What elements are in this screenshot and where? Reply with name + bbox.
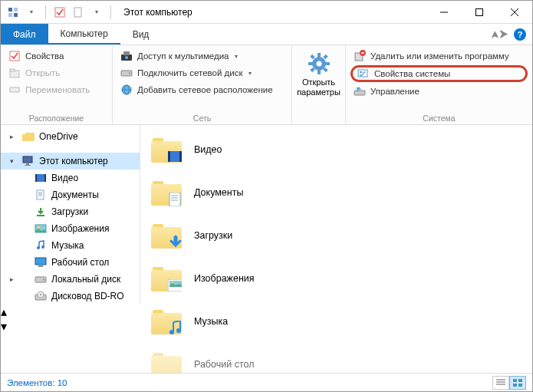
collapse-icon[interactable]: ▾ [10, 157, 14, 165]
svg-point-52 [41, 245, 44, 249]
tab-view[interactable]: Вид [120, 24, 162, 44]
video-icon [35, 172, 47, 184]
svg-rect-53 [35, 258, 46, 265]
svg-point-59 [40, 294, 41, 295]
navigation-tree[interactable]: ▸ OneDrive ▾ Этот компьютер Видео Докуме… [1, 125, 140, 305]
view-icons-button[interactable] [509, 376, 526, 390]
folder-icon [150, 349, 183, 373]
svg-rect-35 [358, 70, 367, 77]
folder-icon [22, 130, 35, 143]
music-icon [35, 239, 47, 252]
folder-documents[interactable]: Документы [146, 171, 526, 214]
svg-point-70 [169, 330, 174, 334]
ribbon: Свойства Открыть Переименовать Расположе… [1, 45, 532, 125]
system-properties-button[interactable]: Свойства системы [350, 65, 528, 82]
drive-icon [120, 67, 133, 79]
map-drive-button[interactable]: Подключить сетевой диск ▾ [117, 65, 287, 81]
add-location-button[interactable]: Добавить сетевое расположение [117, 82, 287, 97]
new-qat-icon[interactable] [71, 5, 86, 20]
minimize-button[interactable] [426, 1, 462, 24]
tree-pictures[interactable]: Изображения [1, 220, 140, 237]
open-icon [8, 67, 21, 79]
maximize-button[interactable] [462, 1, 497, 24]
svg-rect-76 [518, 379, 522, 382]
chevron-down-icon: ▾ [235, 53, 238, 60]
tree-bdrom[interactable]: Дисковод BD-RO [1, 288, 140, 305]
tab-computer[interactable]: Компьютер [48, 24, 120, 44]
svg-rect-27 [325, 62, 330, 65]
properties-qat-icon[interactable] [52, 5, 67, 20]
expand-icon[interactable]: ▸ [10, 275, 14, 283]
ribbon-group-label: Расположение [5, 112, 107, 123]
status-bar: Элементов: 10 [1, 373, 532, 391]
tree-onedrive[interactable]: ▸ OneDrive [1, 128, 140, 145]
close-button[interactable] [497, 1, 532, 24]
uninstall-icon [354, 50, 366, 62]
ribbon-group-label: Система [350, 112, 528, 123]
tree-music[interactable]: Музыка [1, 237, 140, 254]
folder-pictures[interactable]: Изображения [146, 257, 526, 300]
expand-icon[interactable]: ▸ [10, 133, 14, 140]
svg-rect-0 [8, 8, 12, 12]
app-icon [5, 5, 21, 20]
svg-rect-3 [14, 13, 18, 17]
ribbon-group-open-settings: Открыть параметры [292, 45, 346, 124]
properties-button[interactable]: Свойства [5, 48, 107, 64]
disc-icon [35, 290, 47, 302]
rename-button: Переименовать [5, 82, 107, 97]
tree-local-disk[interactable]: ▸ Локальный диск [1, 271, 140, 288]
svg-rect-38 [23, 156, 32, 163]
computer-icon [22, 155, 35, 167]
quick-access-toolbar: ▾ ▾ [1, 5, 119, 20]
open-settings-button[interactable]: Открыть параметры [292, 48, 345, 100]
manage-button[interactable]: Управление [350, 84, 528, 99]
tree-desktop[interactable]: Рабочий стол [1, 254, 140, 271]
view-details-button[interactable] [492, 376, 509, 390]
uninstall-button[interactable]: Удалить или изменить программу [350, 48, 528, 64]
folder-downloads[interactable]: Загрузки [146, 214, 526, 257]
title-bar: ▾ ▾ Этот компьютер [1, 1, 532, 24]
folder-desktop[interactable]: Рабочий стол [146, 343, 526, 373]
tree-downloads[interactable]: Загрузки [1, 203, 140, 220]
svg-point-51 [37, 246, 40, 249]
minimize-ribbon-icon[interactable]: ⮝➤ [491, 30, 508, 39]
ribbon-group-label: Сеть [117, 112, 287, 123]
folder-icon [150, 134, 183, 165]
main-view[interactable]: Видео Документы Загрузки Изображения Муз… [140, 125, 532, 373]
window-title: Этот компьютер [119, 7, 192, 18]
svg-point-15 [125, 56, 128, 59]
folder-music[interactable]: Музыка [146, 300, 526, 343]
folder-video[interactable]: Видео [146, 128, 526, 171]
media-access-button[interactable]: Доступ к мультимедиа ▾ [117, 48, 287, 64]
help-icon[interactable]: ? [514, 28, 526, 41]
rename-icon [8, 84, 21, 96]
open-button: Открыть [5, 65, 107, 81]
tree-documents[interactable]: Документы [1, 186, 140, 203]
scroll-up-button[interactable]: ▴ [1, 305, 140, 319]
svg-rect-24 [317, 53, 321, 58]
svg-point-23 [316, 61, 321, 67]
svg-rect-44 [37, 190, 44, 199]
qat-dropdown-icon[interactable]: ▾ [24, 5, 39, 20]
scroll-down-button[interactable]: ▾ [1, 319, 140, 334]
svg-rect-25 [317, 70, 321, 74]
documents-icon [35, 189, 47, 201]
svg-rect-42 [35, 174, 37, 182]
svg-rect-37 [354, 91, 365, 95]
content-area: ▸ OneDrive ▾ Этот компьютер Видео Докуме… [1, 125, 532, 373]
svg-rect-36 [360, 71, 362, 73]
ribbon-group-system: Удалить или изменить программу Свойства … [346, 45, 532, 124]
ribbon-group-network: Доступ к мультимедиа ▾ Подключить сетево… [113, 45, 292, 124]
tree-this-pc[interactable]: ▾ Этот компьютер [1, 153, 140, 170]
svg-rect-4 [55, 8, 64, 17]
svg-rect-10 [10, 51, 19, 61]
tab-file[interactable]: Файл [1, 24, 48, 44]
svg-rect-54 [38, 265, 43, 267]
checkbox-icon [8, 50, 21, 62]
qat-more-icon[interactable]: ▾ [89, 5, 104, 20]
tree-video[interactable]: Видео [1, 170, 140, 186]
svg-point-50 [38, 226, 40, 229]
chevron-down-icon: ▾ [248, 70, 252, 77]
svg-rect-2 [8, 13, 12, 17]
disk-icon [35, 273, 47, 285]
